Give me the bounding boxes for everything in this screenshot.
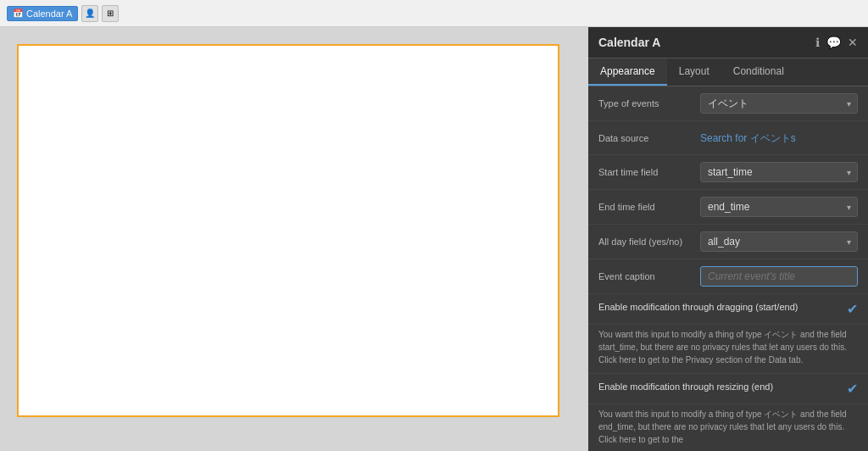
grid-icon-btn[interactable]: ⊞ [102,5,119,22]
all-day-control: all_day [700,231,858,252]
main-area: Calendar A ℹ 💬 ✕ Appearance Layout Condi… [0,27,868,451]
top-bar: 📅 Calendar A 👤 ⊞ [0,0,868,27]
type-of-events-select[interactable]: イベント [700,93,858,114]
all-day-select-wrapper: all_day [700,231,858,252]
end-time-control: end_time [700,197,858,217]
event-caption-row: Event caption [588,259,868,294]
calendar-widget[interactable] [17,44,559,417]
data-source-link[interactable]: Search for イベントs [700,132,796,144]
event-caption-label: Event caption [598,271,700,281]
data-source-control: Search for イベントs [700,130,858,146]
widget-label[interactable]: 📅 Calendar A [7,6,78,21]
calendar-icon: 📅 [13,8,23,18]
tab-conditional[interactable]: Conditional [721,58,796,86]
dragging-checkbox[interactable]: ✔ [847,301,858,317]
dragging-row: Enable modification through dragging (st… [588,294,868,325]
panel-title: Calendar A [598,36,660,49]
resizing-checkbox[interactable]: ✔ [847,381,858,397]
start-time-label: Start time field [598,167,700,177]
dragging-label: Enable modification through dragging (st… [598,301,840,314]
all-day-row: All day field (yes/no) all_day [588,225,868,259]
users-icon: 👤 [85,8,95,18]
resizing-row: Enable modification through resizing (en… [588,374,868,404]
info-icon[interactable]: ℹ [815,36,820,49]
tab-appearance[interactable]: Appearance [588,58,667,86]
tab-layout[interactable]: Layout [667,58,721,86]
resizing-warning[interactable]: You want this input to modify a thing of… [588,404,868,451]
type-of-events-control: イベント [700,93,858,114]
end-time-select-wrapper: end_time [700,197,858,217]
end-time-row: End time field end_time [588,190,868,225]
type-of-events-row: Type of events イベント [588,86,868,121]
panel-header: Calendar A ℹ 💬 ✕ [588,27,868,58]
right-panel: Calendar A ℹ 💬 ✕ Appearance Layout Condi… [588,27,868,451]
data-source-label: Data source [598,133,700,143]
end-time-select[interactable]: end_time [700,197,858,217]
start-time-control: start_time [700,162,858,182]
tabs: Appearance Layout Conditional [588,58,868,86]
panel-header-icons: ℹ 💬 ✕ [815,36,858,49]
start-time-select[interactable]: start_time [700,162,858,182]
all-day-select[interactable]: all_day [700,231,858,252]
type-of-events-select-wrapper: イベント [700,93,858,114]
event-caption-input[interactable] [700,266,858,287]
dragging-warning[interactable]: You want this input to modify a thing of… [588,325,868,374]
grid-icon: ⊞ [107,8,114,18]
start-time-select-wrapper: start_time [700,162,858,182]
event-caption-control [700,266,858,287]
canvas-area [0,27,588,451]
resizing-label: Enable modification through resizing (en… [598,381,840,393]
data-source-row: Data source Search for イベントs [588,121,868,155]
start-time-row: Start time field start_time [588,155,868,190]
all-day-label: All day field (yes/no) [598,237,700,247]
end-time-label: End time field [598,202,700,212]
widget-label-text: Calendar A [26,8,72,19]
panel-content: Type of events イベント Data source Search f… [588,86,868,451]
close-icon[interactable]: ✕ [848,36,858,49]
type-of-events-label: Type of events [598,98,700,109]
comment-icon[interactable]: 💬 [826,36,841,49]
users-icon-btn[interactable]: 👤 [81,5,98,22]
